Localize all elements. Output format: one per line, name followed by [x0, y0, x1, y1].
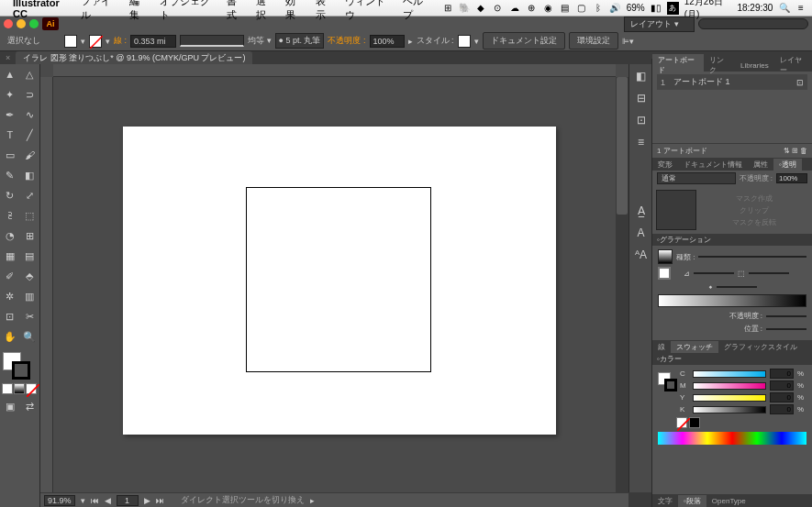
grad-slider-field[interactable]: [717, 286, 757, 288]
evernote-icon[interactable]: 🐘: [459, 2, 470, 15]
shaper-tool[interactable]: ✎: [0, 165, 20, 185]
screen-mode-normal[interactable]: ▣: [0, 396, 20, 416]
vertical-ruler[interactable]: [40, 77, 53, 492]
menu-select[interactable]: 選択: [256, 0, 274, 22]
align-icon[interactable]: ⊫▾: [622, 37, 634, 46]
direct-selection-tool[interactable]: △: [20, 64, 40, 84]
y-slider[interactable]: [693, 394, 766, 402]
artboard-reorder-icon[interactable]: ⇅: [784, 147, 790, 155]
window-zoom[interactable]: [29, 19, 39, 28]
k-slider[interactable]: [693, 406, 766, 413]
artboard-list-row[interactable]: 1 アートボード 1 ⊡: [657, 74, 807, 90]
tab-paragraph[interactable]: ◦段落: [678, 495, 706, 507]
search-field[interactable]: [698, 18, 808, 29]
artboard-options-icon[interactable]: ⊡: [796, 78, 804, 87]
prefs-button[interactable]: 環境設定: [569, 32, 618, 50]
menu-type[interactable]: 書式: [227, 0, 245, 22]
menu-effect[interactable]: 効果: [285, 0, 304, 22]
uniform-label[interactable]: 均等 ▾: [248, 35, 272, 47]
battery-pct[interactable]: 69%: [627, 3, 645, 13]
zoom-field[interactable]: 91.9%: [44, 495, 75, 506]
dock-symbols-icon[interactable]: ⊡: [630, 109, 651, 130]
opacity-field[interactable]: [370, 35, 405, 48]
tab-attr[interactable]: 属性: [748, 159, 773, 171]
grad-opacity-field[interactable]: [766, 315, 806, 317]
m-slider[interactable]: [693, 382, 766, 390]
fill-dd-arrow[interactable]: ▾: [81, 37, 85, 46]
style-swatch[interactable]: [458, 35, 471, 48]
menu-edit[interactable]: 編集: [129, 0, 148, 22]
graph-tool[interactable]: ▥: [20, 286, 40, 306]
blend-tool[interactable]: ⬘: [20, 266, 40, 286]
menu-object[interactable]: オブジェクト: [160, 0, 216, 22]
none-mode[interactable]: [26, 383, 37, 394]
artboard-tool[interactable]: ⊡: [0, 306, 20, 326]
gradient-preview[interactable]: [658, 249, 673, 264]
k-value[interactable]: [770, 404, 794, 414]
ime-icon[interactable]: あ: [667, 2, 679, 15]
zoom-tool[interactable]: 🔍: [20, 326, 40, 347]
dock-brushes-icon[interactable]: ⊟: [630, 87, 651, 108]
menu-help[interactable]: ヘルプ: [403, 0, 431, 22]
gradient-tool[interactable]: ▤: [20, 246, 40, 266]
dropbox-icon[interactable]: ◆: [475, 2, 486, 15]
artboard-nav-prev[interactable]: ◀: [105, 496, 111, 505]
doc-setup-button[interactable]: ドキュメント設定: [483, 32, 565, 50]
color-mode[interactable]: [2, 383, 13, 394]
vertical-scrollbar[interactable]: [616, 77, 628, 492]
lasso-tool[interactable]: ⊃: [20, 84, 40, 105]
slice-tool[interactable]: ✂: [20, 306, 40, 326]
scrollbar-thumb[interactable]: [617, 77, 628, 215]
brush-dd[interactable]: ● 5 pt. 丸筆: [275, 33, 325, 49]
type-tool[interactable]: T: [0, 125, 20, 145]
gradient-mode[interactable]: [14, 383, 25, 394]
stroke-label[interactable]: 線 :: [114, 35, 127, 47]
artboard-delete-icon[interactable]: 🗑: [800, 147, 807, 155]
spotlight-icon[interactable]: 🔍: [778, 2, 789, 15]
mask-make-btn[interactable]: マスク作成: [736, 193, 773, 204]
black-swatch[interactable]: [689, 417, 700, 428]
menubar-time[interactable]: 18:29:30: [737, 3, 773, 13]
c-value[interactable]: [770, 369, 794, 379]
perspective-tool[interactable]: ⊞: [20, 226, 40, 246]
rotate-tool[interactable]: ↻: [0, 185, 20, 205]
y-value[interactable]: [770, 392, 794, 402]
color-spectrum[interactable]: [658, 432, 806, 445]
free-transform-tool[interactable]: ⬚: [20, 205, 40, 226]
gradient-ramp[interactable]: [658, 294, 806, 307]
tab-docinfo[interactable]: ドキュメント情報: [678, 159, 748, 171]
rectangle-shape[interactable]: [246, 187, 431, 372]
symbol-sprayer-tool[interactable]: ✲: [0, 286, 20, 306]
artboard-new-icon[interactable]: ⊞: [792, 147, 798, 155]
rectangle-tool[interactable]: ▭: [0, 145, 20, 165]
m-value[interactable]: [770, 380, 794, 391]
none-swatch[interactable]: [676, 417, 687, 428]
gradient-panel-title[interactable]: ◦グラデーション: [652, 234, 812, 246]
style-dd-arrow[interactable]: ▾: [474, 37, 479, 46]
c-slider[interactable]: [693, 370, 766, 378]
bluetooth-icon[interactable]: ᛒ: [593, 2, 604, 15]
line-tool[interactable]: ╱: [20, 125, 40, 145]
status-icon-3[interactable]: ☁: [509, 2, 520, 15]
menu-view[interactable]: 表示: [316, 0, 334, 22]
pen-tool[interactable]: ✒: [0, 105, 20, 125]
status-icon-1[interactable]: ⊞: [441, 2, 452, 15]
hand-tool[interactable]: ✋: [0, 326, 20, 347]
mask-invert-chk[interactable]: マスクを反転: [732, 217, 776, 227]
opacity-label[interactable]: 不透明度 :: [328, 35, 365, 47]
battery-icon[interactable]: ▮▯: [651, 2, 662, 15]
artboard-nav-last[interactable]: ⏭: [156, 496, 164, 505]
grad-ratio-field[interactable]: [749, 272, 789, 274]
dock-para-icon[interactable]: A: [630, 222, 651, 243]
menu-window[interactable]: ウィンドウ: [345, 0, 392, 22]
curvature-tool[interactable]: ∿: [20, 105, 40, 125]
menu-icon[interactable]: ≡: [795, 2, 806, 15]
grad-angle-field[interactable]: [694, 272, 734, 274]
magic-wand-tool[interactable]: ✦: [0, 84, 20, 105]
tab-libraries[interactable]: Libraries: [735, 61, 774, 71]
stroke-indicator[interactable]: [12, 361, 30, 380]
tab-character[interactable]: 文字: [652, 495, 678, 507]
dock-stroke-icon[interactable]: ≡: [630, 131, 651, 152]
volume-icon[interactable]: 🔊: [609, 2, 620, 15]
artboard-nav-first[interactable]: ⏮: [91, 496, 99, 505]
